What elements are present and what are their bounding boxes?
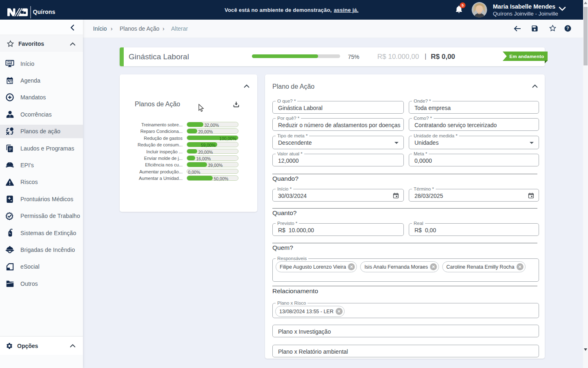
svg-text:?: ? xyxy=(566,26,569,31)
